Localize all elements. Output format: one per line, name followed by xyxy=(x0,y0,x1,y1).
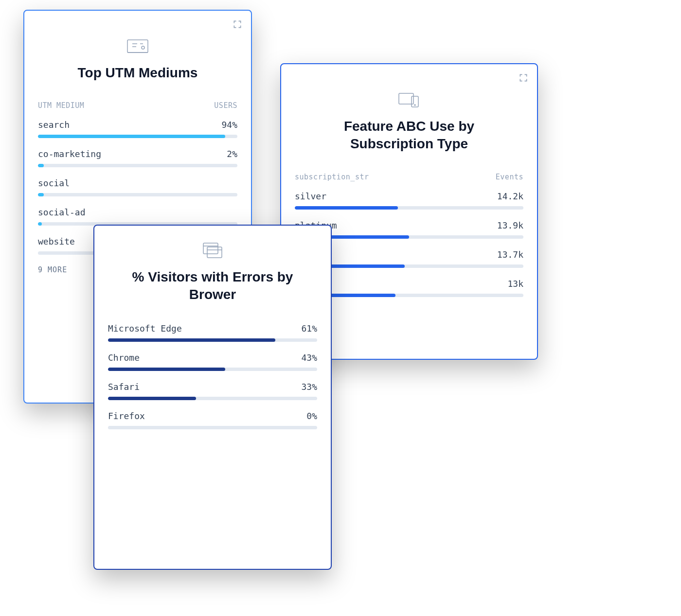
devices-icon xyxy=(295,90,523,109)
svg-rect-6 xyxy=(207,247,222,258)
data-row: Firefox0% xyxy=(108,411,317,429)
bar-track xyxy=(108,426,317,429)
svg-rect-0 xyxy=(127,40,148,53)
row-label: social xyxy=(38,178,70,188)
bar-track xyxy=(108,338,317,342)
bar-fill xyxy=(38,164,44,167)
column-headers: subscription_str Events xyxy=(295,173,523,181)
rows-container: Microsoft Edge61%Chrome43%Safari33%Firef… xyxy=(108,323,317,429)
row-label: Firefox xyxy=(108,411,145,421)
row-label: website xyxy=(38,236,75,246)
col-right: USERS xyxy=(214,101,237,110)
bar-track xyxy=(38,193,237,196)
row-label: search xyxy=(38,120,70,130)
row-label: Chrome xyxy=(108,352,140,363)
card-title: Top UTM Mediums xyxy=(38,64,237,82)
data-row: social xyxy=(38,178,237,196)
bar-fill xyxy=(108,397,196,400)
column-headers: UTM MEDIUM USERS xyxy=(38,101,237,110)
data-row: social-ad xyxy=(38,207,237,226)
bar-fill xyxy=(38,222,42,226)
card-errors-browser: % Visitors with Errors by Brower Microso… xyxy=(93,225,332,570)
row-value: 61% xyxy=(301,323,317,334)
row-label: Safari xyxy=(108,382,140,392)
row-label: social-ad xyxy=(38,207,86,217)
row-value: 13.7k xyxy=(497,249,523,260)
svg-rect-5 xyxy=(203,243,218,254)
browser-windows-icon xyxy=(108,241,317,260)
svg-point-1 xyxy=(142,46,144,49)
utm-link-icon xyxy=(38,37,237,55)
bar-fill xyxy=(108,368,225,371)
svg-point-4 xyxy=(414,105,415,106)
expand-button[interactable] xyxy=(519,73,528,83)
row-value: 43% xyxy=(301,352,317,363)
bar-fill xyxy=(295,206,398,210)
data-row: Microsoft Edge61% xyxy=(108,323,317,342)
row-value: 0% xyxy=(306,411,317,421)
bar-track xyxy=(108,368,317,371)
row-value: 2% xyxy=(227,149,237,159)
row-value: 13.9k xyxy=(497,220,523,230)
row-label: Microsoft Edge xyxy=(108,323,182,334)
bar-fill xyxy=(38,193,44,196)
data-row: silver14.2k xyxy=(295,191,523,210)
data-row: Chrome43% xyxy=(108,352,317,371)
bar-track xyxy=(38,164,237,167)
col-left: UTM MEDIUM xyxy=(38,101,84,110)
data-row: search94% xyxy=(38,120,237,138)
data-row: Safari33% xyxy=(108,382,317,400)
expand-button[interactable] xyxy=(233,19,242,29)
bar-track xyxy=(295,206,523,210)
row-value: 33% xyxy=(301,382,317,392)
card-title: % Visitors with Errors by Brower xyxy=(108,268,317,304)
row-value: 94% xyxy=(221,120,237,130)
bar-track xyxy=(108,397,317,400)
bar-fill xyxy=(38,135,225,138)
col-left: subscription_str xyxy=(295,173,369,181)
row-label: co-marketing xyxy=(38,149,101,159)
bar-fill xyxy=(108,338,275,342)
data-row: co-marketing2% xyxy=(38,149,237,167)
row-value: 14.2k xyxy=(497,191,523,201)
card-title: Feature ABC Use by Subscription Type xyxy=(295,118,523,153)
row-label: silver xyxy=(295,191,326,201)
row-value: 13k xyxy=(507,279,523,289)
bar-track xyxy=(38,135,237,138)
col-right: Events xyxy=(496,173,523,181)
